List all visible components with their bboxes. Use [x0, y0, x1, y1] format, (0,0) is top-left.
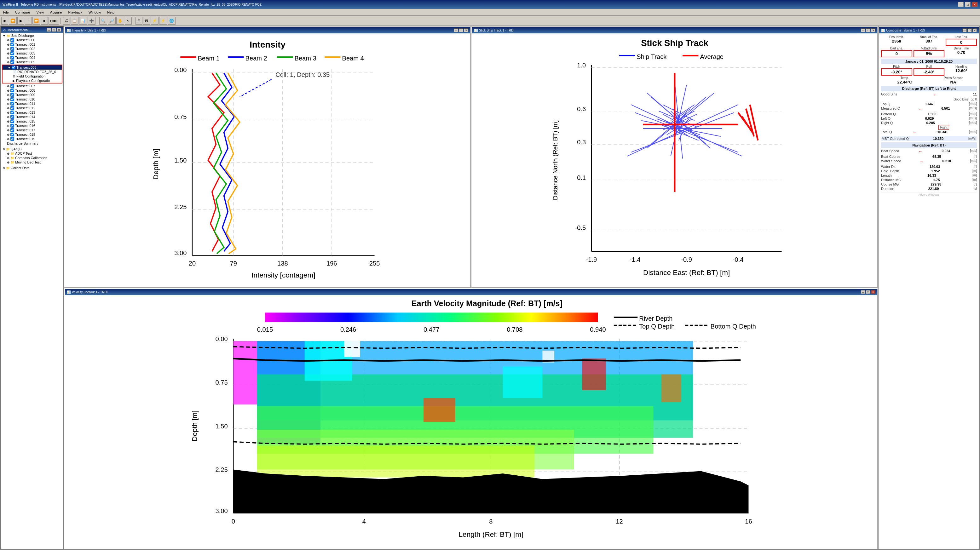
- checkbox-t018[interactable]: [10, 133, 14, 137]
- checkbox-t014[interactable]: [10, 115, 14, 119]
- checkbox-t002[interactable]: [10, 47, 14, 51]
- checkbox-t005[interactable]: [10, 60, 14, 64]
- tree-item-adcp-test[interactable]: ⊕ 📁 ADCP Test: [2, 151, 62, 156]
- toolbar-skip-start[interactable]: ⏮: [1, 17, 8, 25]
- tree-item-t013[interactable]: ⊕ Transect 013: [2, 110, 62, 114]
- menu-help[interactable]: Help: [105, 10, 116, 15]
- toolbar-print[interactable]: 🖨: [63, 17, 70, 25]
- tree-item-t015[interactable]: ⊕ Transect 015: [2, 119, 62, 124]
- tree-item-t000[interactable]: ⊕ Transect 000: [2, 38, 62, 42]
- checkbox-t007[interactable]: [10, 84, 14, 88]
- checkbox-t016[interactable]: [10, 124, 14, 127]
- tree-item-qaqc[interactable]: ⊕ 📁 QA/QC: [2, 147, 62, 151]
- checkbox-t003[interactable]: [10, 51, 14, 55]
- toolbar-rewind[interactable]: ⏪: [9, 17, 17, 25]
- tree-item-t008[interactable]: ⊕ Transect 008: [2, 88, 62, 92]
- checkbox-t019[interactable]: [10, 137, 14, 141]
- tree-item-t009[interactable]: ⊕ Transect 009: [2, 92, 62, 97]
- checkbox-t017[interactable]: [10, 128, 14, 132]
- checkbox-t004[interactable]: [10, 56, 14, 60]
- menu-acquire[interactable]: Acquire: [48, 10, 64, 15]
- checkbox-t006[interactable]: [12, 65, 16, 69]
- checkbox-t015[interactable]: [10, 119, 14, 123]
- velocity-close[interactable]: ✕: [871, 290, 875, 294]
- toolbar-close-all[interactable]: ⊠: [143, 17, 150, 25]
- tree-item-compass-cal[interactable]: ⊕ 📁 Compass Calibration: [2, 156, 62, 160]
- calc-depth-row: Calc. Depth 1.952 [m]: [881, 169, 977, 173]
- toolbar-zoom-out[interactable]: 🔎: [108, 17, 116, 25]
- stick-close[interactable]: ✕: [871, 29, 875, 32]
- menu-configure[interactable]: Configure: [13, 10, 32, 15]
- toolbar-skip-end2[interactable]: ⏭⏭: [49, 17, 59, 25]
- menu-playback[interactable]: Playback: [66, 10, 84, 15]
- velocity-maximize[interactable]: □: [866, 290, 870, 294]
- stick-minimize[interactable]: —: [861, 29, 865, 32]
- checkbox-t013[interactable]: [10, 111, 14, 114]
- tree-item-t003[interactable]: ⊕ Transect 003: [2, 51, 62, 56]
- toolbar-bolt1[interactable]: ⚡: [151, 17, 159, 25]
- stick-maximize[interactable]: □: [866, 29, 870, 32]
- tree-item-t007[interactable]: ⊕ Transect 007: [2, 84, 62, 88]
- composite-close[interactable]: ✕: [972, 29, 977, 32]
- checkbox-t012[interactable]: [10, 106, 14, 110]
- tree-item-t019[interactable]: ⊕ Transect 019: [2, 137, 62, 141]
- tree-item-t002[interactable]: ⊕ Transect 002: [2, 47, 62, 51]
- tree-item-t004[interactable]: ⊕ Transect 004: [2, 56, 62, 60]
- menu-file[interactable]: File: [1, 10, 11, 15]
- close-button[interactable]: ✕: [972, 2, 977, 7]
- toolbar-chart[interactable]: 📊: [79, 17, 87, 25]
- intensity-close[interactable]: ✕: [464, 29, 468, 32]
- toolbar-cursor[interactable]: ↖: [125, 17, 132, 25]
- toolbar-hand[interactable]: ✋: [116, 17, 124, 25]
- tree-item-t006[interactable]: ▼ Transect 006: [3, 65, 62, 70]
- minimize-button[interactable]: —: [958, 2, 964, 7]
- checkbox-t008[interactable]: [10, 89, 14, 92]
- tree-item-t006-data[interactable]: 📄 RIO RENATO FOZ_25_0: [3, 70, 62, 74]
- tree-item-t010[interactable]: ⊕ Transect 010: [2, 97, 62, 102]
- menu-view[interactable]: View: [34, 10, 46, 15]
- checkbox-t001[interactable]: [10, 43, 14, 46]
- toolbar-zoom-in[interactable]: 🔍: [99, 17, 107, 25]
- tree-item-t014[interactable]: ⊕ Transect 014: [2, 114, 62, 119]
- toolbar-grid[interactable]: ⊞: [135, 17, 142, 25]
- menu-window[interactable]: Window: [87, 10, 103, 15]
- measured-q-row: Measured Q ← 6.501 [m³/s]: [881, 106, 977, 112]
- toolbar-copy[interactable]: 📋: [71, 17, 78, 25]
- tree-item-site-discharge[interactable]: ▼ 📁 Site Discharge: [2, 33, 62, 38]
- toolbar-globe[interactable]: 🌐: [168, 17, 175, 25]
- left-panel-minimize[interactable]: —: [47, 28, 51, 32]
- tree-item-t011[interactable]: ⊕ Transect 011: [2, 102, 62, 106]
- maximize-button[interactable]: □: [965, 2, 970, 7]
- intensity-minimize[interactable]: —: [454, 29, 458, 32]
- left-panel-close[interactable]: ✕: [57, 28, 61, 32]
- composite-minimize[interactable]: —: [963, 29, 967, 32]
- tree-item-t012[interactable]: ⊕ Transect 012: [2, 106, 62, 110]
- tree-item-t006-field[interactable]: ⚙ Field Configuration: [3, 74, 62, 78]
- checkbox-t010[interactable]: [10, 97, 14, 101]
- expand-icon-moving: ⊕: [7, 161, 10, 164]
- intensity-maximize[interactable]: □: [459, 29, 463, 32]
- tree-item-t017[interactable]: ⊕ Transect 017: [2, 128, 62, 132]
- toolbar-pause[interactable]: ⏸: [25, 17, 32, 25]
- tree-item-t018[interactable]: ⊕ Transect 018: [2, 132, 62, 137]
- toolbar-forward[interactable]: ⏩: [32, 17, 40, 25]
- tree-item-discharge-summary[interactable]: Discharge Summary: [2, 141, 62, 146]
- composite-maximize[interactable]: □: [967, 29, 972, 32]
- tree-item-moving-bed[interactable]: ⊕ 📁 Moving Bed Test: [2, 160, 62, 164]
- left-panel-maximize[interactable]: □: [52, 28, 56, 32]
- checkbox-t009[interactable]: [10, 93, 14, 97]
- checkbox-t011[interactable]: [10, 102, 14, 105]
- svg-line-85: [635, 113, 738, 153]
- tree-item-t016[interactable]: ⊕ Transect 016: [2, 124, 62, 128]
- toolbar-bolt2[interactable]: ⚡: [159, 17, 167, 25]
- toolbar-skip-end[interactable]: ⏭: [41, 17, 48, 25]
- tree-item-t001[interactable]: ⊕ Transect 001: [2, 42, 62, 47]
- tree-item-t006-playback[interactable]: ▶ Playback Configuratio: [3, 78, 62, 83]
- checkbox-t000[interactable]: [10, 38, 14, 42]
- toolbar-add[interactable]: ➕: [88, 17, 95, 25]
- tree-item-t005[interactable]: ⊕ Transect 005: [2, 60, 62, 64]
- velocity-minimize[interactable]: —: [861, 290, 865, 294]
- tree-item-collect-data[interactable]: ⊕ 📁 Collect Data: [2, 166, 62, 170]
- toolbar-play[interactable]: ▶: [18, 17, 24, 25]
- good-bins-value: 11: [973, 92, 977, 97]
